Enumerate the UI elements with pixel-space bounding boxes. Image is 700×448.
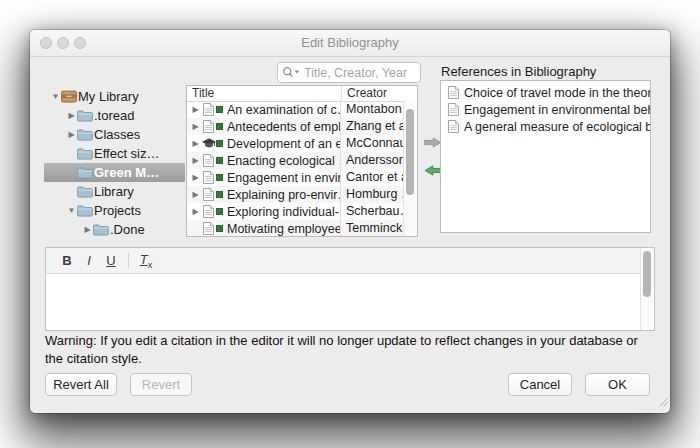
item-type-indicator xyxy=(216,174,223,181)
title-cell: ▶Exploring individual-… xyxy=(187,205,340,219)
editor-scrollbar[interactable] xyxy=(640,248,654,330)
creator-cell: Zhang et al. xyxy=(340,118,404,135)
item-type-indicator xyxy=(216,157,223,164)
item-type-indicator xyxy=(216,208,223,215)
disclosure-triangle-icon[interactable]: ▶ xyxy=(190,139,201,148)
column-header-title[interactable]: Title xyxy=(187,86,341,101)
item-type-indicator xyxy=(216,123,223,130)
creator-cell: McConnau… xyxy=(340,135,404,152)
sidebar-item-label: Library xyxy=(94,184,134,199)
article-icon xyxy=(201,120,216,133)
article-icon xyxy=(201,188,216,201)
disclosure-triangle-icon[interactable]: ▶ xyxy=(190,173,201,182)
disclosure-triangle-icon[interactable]: ▶ xyxy=(190,190,201,199)
citation-editor: BIUTx xyxy=(45,247,655,331)
underline-button[interactable]: U xyxy=(100,253,122,268)
editor-toolbar: BIUTx xyxy=(46,248,640,274)
creator-cell: Cantor et al. xyxy=(340,169,404,186)
clear-formatting-button[interactable]: Tx xyxy=(135,252,157,270)
disclosure-triangle-icon[interactable]: ▶ xyxy=(190,156,201,165)
disclosure-triangle-icon[interactable]: ▼ xyxy=(66,206,77,215)
item-title: An examination of c… xyxy=(227,103,340,117)
edit-bibliography-dialog: Edit Bibliography References in Bibliogr… xyxy=(30,30,670,413)
resize-grip[interactable] xyxy=(657,393,668,411)
folder-icon xyxy=(77,186,94,198)
disclosure-triangle-icon[interactable]: ▶ xyxy=(66,130,77,139)
table-row[interactable]: ▶Development of an e…McConnau… xyxy=(187,135,404,152)
creator-cell: Scherbau… xyxy=(340,203,404,220)
title-cell: ▶Development of an e… xyxy=(187,137,340,151)
disclosure-triangle-icon[interactable]: ▶ xyxy=(190,207,201,216)
disclosure-triangle-icon[interactable]: ▶ xyxy=(190,105,201,114)
title-cell: ▶Antecedents of empl… xyxy=(187,120,340,134)
article-icon xyxy=(201,103,216,116)
disclosure-triangle-icon[interactable]: ▼ xyxy=(50,92,61,101)
disclosure-triangle-icon[interactable]: ▶ xyxy=(66,111,77,120)
items-table-scrollbar-thumb[interactable] xyxy=(406,109,414,195)
sidebar-item-classes[interactable]: ▶Classes xyxy=(44,125,185,144)
sidebar-item-toread[interactable]: ▶.toread xyxy=(44,106,185,125)
table-row[interactable]: ▶Enacting ecological …Andersson… xyxy=(187,152,404,169)
title-cell: ▶An examination of c… xyxy=(187,103,340,117)
bold-button[interactable]: B xyxy=(56,253,78,268)
article-icon xyxy=(201,222,216,235)
search-input[interactable] xyxy=(302,65,416,81)
sidebar-item-my-library[interactable]: ▼My Library xyxy=(44,87,185,106)
sidebar-item-label: .Done xyxy=(110,222,145,237)
table-header[interactable]: Title Creator xyxy=(187,86,417,102)
sidebar-item-effect-siz[interactable]: Effect siz… xyxy=(44,144,185,163)
table-row[interactable]: ▶Antecedents of empl…Zhang et al. xyxy=(187,118,404,135)
item-title: Enacting ecological … xyxy=(227,154,340,168)
italic-button[interactable]: I xyxy=(78,253,100,268)
search-field[interactable] xyxy=(277,62,421,83)
table-row[interactable]: Motivating employee…Temminck… xyxy=(187,220,404,236)
sidebar-item-done[interactable]: ▶.Done xyxy=(44,220,185,239)
revert-button[interactable]: Revert xyxy=(130,373,192,396)
title-cell: ▶Engagement in envir… xyxy=(187,171,340,185)
article-icon xyxy=(446,120,461,133)
cancel-button[interactable]: Cancel xyxy=(508,373,572,396)
sidebar-item-projects[interactable]: ▼Projects xyxy=(44,201,185,220)
item-type-indicator xyxy=(216,140,223,147)
column-header-creator[interactable]: Creator xyxy=(341,86,417,101)
table-row[interactable]: ▶Exploring individual-…Scherbau… xyxy=(187,203,404,220)
sidebar-item-label: Classes xyxy=(94,127,140,142)
folder-icon xyxy=(77,110,94,122)
references-heading: References in Bibliography xyxy=(441,64,596,79)
article-icon xyxy=(201,171,216,184)
sidebar-item-label: .toread xyxy=(94,108,134,123)
library-tree: ▼My Library▶.toread▶ClassesEffect siz…Gr… xyxy=(44,87,185,239)
library-icon xyxy=(61,90,78,103)
item-type-indicator xyxy=(216,191,223,198)
thesis-icon xyxy=(201,138,216,149)
folder-icon xyxy=(77,205,94,217)
toolbar-separator xyxy=(128,253,129,268)
ok-button[interactable]: OK xyxy=(585,373,650,396)
table-row[interactable]: ▶An examination of c…Montabon … xyxy=(187,101,404,118)
article-icon xyxy=(446,103,461,116)
item-title: Explaining pro-envir… xyxy=(227,188,340,202)
item-title: Development of an e… xyxy=(227,137,340,151)
search-icon[interactable] xyxy=(282,66,302,79)
window-title: Edit Bibliography xyxy=(30,30,670,56)
editor-scrollbar-thumb[interactable] xyxy=(643,251,651,297)
sidebar-item-library[interactable]: Library xyxy=(44,182,185,201)
table-row[interactable]: ▶Engagement in envir…Cantor et al. xyxy=(187,169,404,186)
title-cell: Motivating employee… xyxy=(187,222,340,236)
editor-content[interactable] xyxy=(46,274,640,330)
article-icon xyxy=(446,86,461,99)
disclosure-triangle-icon[interactable]: ▶ xyxy=(190,122,201,131)
creator-cell: Montabon … xyxy=(340,101,404,118)
sidebar-item-label: Green M… xyxy=(94,165,159,180)
reference-title: Choice of travel mode in the theory… xyxy=(464,86,650,100)
revert-all-button[interactable]: Revert All xyxy=(45,373,117,396)
reference-item[interactable]: Engagement in environmental beha… xyxy=(441,101,650,118)
table-row[interactable]: ▶Explaining pro-envir…Homburg … xyxy=(187,186,404,203)
items-table-scrollbar[interactable] xyxy=(403,101,417,236)
reference-title: Engagement in environmental beha… xyxy=(464,103,650,117)
title-bar[interactable]: Edit Bibliography xyxy=(30,30,670,57)
reference-item[interactable]: Choice of travel mode in the theory… xyxy=(441,84,650,101)
reference-item[interactable]: A general measure of ecological be… xyxy=(441,118,650,135)
sidebar-item-green-m[interactable]: Green M… xyxy=(44,163,185,182)
disclosure-triangle-icon[interactable]: ▶ xyxy=(82,225,93,234)
